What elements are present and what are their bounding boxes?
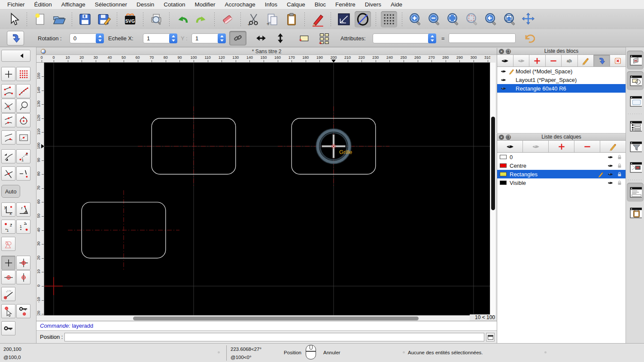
- position-input[interactable]: [64, 333, 484, 341]
- lock-icon[interactable]: [615, 180, 624, 186]
- snap-relative-button[interactable]: 12: [16, 149, 30, 163]
- snap-tangent-button[interactable]: [1, 149, 15, 163]
- block-row[interactable]: Layout1 (*Paper_Space): [497, 75, 626, 84]
- block-row[interactable]: Rectangle 60x40 R6: [497, 84, 626, 93]
- panel-library-toggle[interactable]: [627, 117, 644, 136]
- command-line[interactable]: Commande: layeradd: [36, 321, 497, 330]
- lock-icon[interactable]: [615, 154, 624, 160]
- coord-cartesian-button[interactable]: yx: [1, 202, 15, 217]
- layer-row[interactable]: Visible: [497, 178, 626, 187]
- restrict-vertical-button[interactable]: [16, 270, 30, 284]
- rename-button[interactable]: a|b: [562, 55, 578, 66]
- restrict-orthogonal-button[interactable]: [16, 256, 30, 270]
- set-relative-zero-button[interactable]: [1, 304, 15, 318]
- array-insert-button[interactable]: [316, 31, 333, 45]
- svg-export-button[interactable]: SVG: [122, 11, 138, 27]
- panel-command-toggle[interactable]: [627, 183, 644, 202]
- flip-horizontal-button[interactable]: [252, 31, 270, 45]
- add-button[interactable]: [549, 141, 574, 152]
- open-file-button[interactable]: [51, 11, 67, 27]
- stepper-icon[interactable]: [428, 33, 436, 43]
- select-cursor-button[interactable]: [6, 11, 22, 27]
- undock-icon[interactable]: ❐: [506, 49, 511, 54]
- collapse-palette-button[interactable]: [1, 50, 30, 62]
- menu-dessin[interactable]: Dessin: [132, 1, 159, 8]
- snap-grid-button[interactable]: [16, 67, 30, 81]
- restrict-off-button[interactable]: [1, 237, 15, 251]
- panel-layers-toggle[interactable]: [627, 71, 644, 90]
- menu-fichier[interactable]: Fichier: [3, 1, 30, 8]
- panel-pen-toggle[interactable]: [627, 92, 644, 111]
- snap-constraint-button[interactable]: [16, 166, 30, 181]
- menu-selectionner[interactable]: Sélectionner: [90, 1, 132, 8]
- undo-button[interactable]: [174, 11, 191, 27]
- eye-icon[interactable]: [605, 180, 615, 186]
- menu-accrochage[interactable]: Accrochage: [220, 1, 260, 8]
- close-icon[interactable]: ×: [499, 135, 504, 140]
- key-lock-button[interactable]: [1, 321, 15, 335]
- snap-reference-button[interactable]: [16, 99, 30, 113]
- keep-proportions-button[interactable]: [229, 31, 246, 45]
- copy-button[interactable]: +: [264, 11, 281, 27]
- stepper-icon[interactable]: [218, 33, 226, 43]
- menu-affichage[interactable]: Affichage: [57, 1, 90, 8]
- grid-toggle-button[interactable]: [381, 11, 397, 27]
- vertical-scrollbar[interactable]: [490, 63, 495, 315]
- eye-icon[interactable]: [605, 163, 615, 169]
- menu-calque[interactable]: Calque: [282, 1, 310, 8]
- scale-x-spinner[interactable]: 1: [143, 33, 177, 43]
- paste-button[interactable]: [283, 11, 300, 27]
- menu-fenetre[interactable]: Fenêtre: [331, 1, 360, 8]
- new-file-button[interactable]: [32, 11, 48, 27]
- menu-infos[interactable]: Infos: [260, 1, 282, 8]
- layer-row[interactable]: 0: [497, 153, 626, 161]
- visibility-off-button[interactable]: [523, 141, 549, 152]
- snap-auto-button[interactable]: Auto: [1, 185, 20, 198]
- eye-icon[interactable]: [605, 171, 615, 178]
- insert-button[interactable]: [594, 55, 610, 66]
- flip-vertical-button[interactable]: [272, 31, 289, 45]
- menu-cotation[interactable]: Cotation: [159, 1, 190, 8]
- snap-middle-button[interactable]: [1, 113, 15, 127]
- save-as-button[interactable]: [96, 11, 112, 27]
- draw-pen-button[interactable]: [310, 11, 326, 27]
- visibility-on-button[interactable]: [497, 141, 523, 152]
- position-options-button[interactable]: [486, 333, 495, 341]
- edit-button[interactable]: [600, 141, 626, 152]
- eye-icon[interactable]: [605, 154, 615, 160]
- snap-on-entity-button[interactable]: [16, 84, 30, 98]
- remove-button[interactable]: [574, 141, 600, 152]
- rel-point-1-button[interactable]: 12: [1, 220, 15, 234]
- undock-icon[interactable]: ❐: [506, 135, 511, 140]
- coord-polar-button[interactable]: ra: [16, 202, 30, 217]
- attributes-dropdown[interactable]: [373, 33, 436, 43]
- ellipse-attributes-button[interactable]: [355, 11, 371, 27]
- line-attributes-button[interactable]: [336, 11, 352, 27]
- layer-row[interactable]: Rectangles: [497, 170, 626, 178]
- menu-modifier[interactable]: Modifier: [190, 1, 220, 8]
- save-button[interactable]: [77, 11, 93, 27]
- lock-icon[interactable]: [615, 171, 624, 177]
- drawing-canvas[interactable]: Grille: [44, 63, 490, 315]
- snap-endpoints-button[interactable]: [1, 84, 15, 98]
- zoom-window-button[interactable]: [501, 11, 518, 27]
- visibility-off-button[interactable]: [513, 55, 530, 66]
- eye-icon[interactable]: [499, 68, 507, 75]
- angle-meter-button[interactable]: [1, 287, 15, 301]
- lock-relative-zero-button[interactable]: [16, 304, 30, 318]
- remove-button[interactable]: [546, 55, 562, 66]
- zoom-select-button[interactable]: [464, 11, 480, 27]
- drawing-window-titlebar[interactable]: * Sans titre 2: [36, 48, 497, 55]
- block-row[interactable]: Model (*Model_Space): [497, 67, 626, 75]
- eye-icon[interactable]: [499, 77, 507, 83]
- menu-divers[interactable]: Divers: [360, 1, 386, 8]
- horizontal-scrollbar[interactable]: [36, 315, 470, 321]
- rotation-spinner[interactable]: 0: [70, 33, 104, 43]
- lock-icon[interactable]: [615, 163, 624, 169]
- add-button[interactable]: [529, 55, 546, 66]
- visibility-on-button[interactable]: [497, 55, 513, 66]
- menu-edition[interactable]: Édition: [30, 1, 57, 8]
- restrict-nothing-button[interactable]: [1, 256, 15, 270]
- zoom-auto-button[interactable]: [445, 11, 461, 27]
- redo-button[interactable]: [193, 11, 210, 27]
